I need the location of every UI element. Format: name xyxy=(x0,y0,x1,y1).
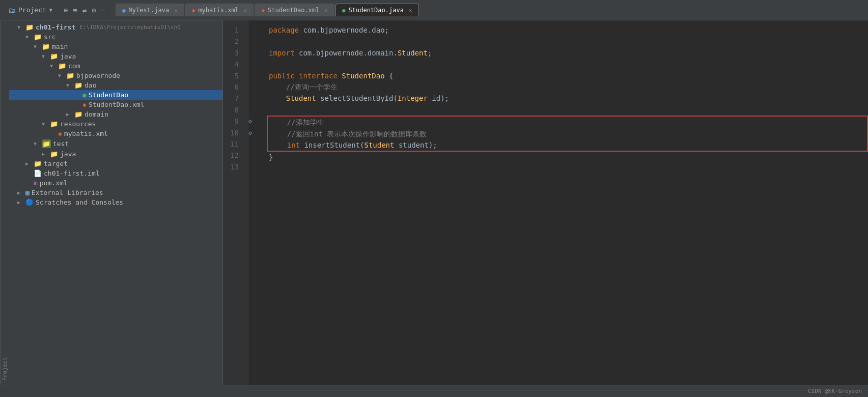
tab-mybatis-label: mybatis.xml xyxy=(198,7,238,14)
tree-label: pom.xml xyxy=(40,179,68,187)
expand-arrow: ▼ xyxy=(58,73,64,78)
gutter-9: ◇ xyxy=(248,116,261,127)
folder-icon: 🗂 xyxy=(8,6,15,14)
main-content: Project ▼ 📁 ch01-first E:\IDEA\Projects\… xyxy=(0,20,868,385)
expand-arrow: ▼ xyxy=(17,24,23,30)
expand-arrow: ▼ xyxy=(66,82,72,88)
keyword: int xyxy=(287,139,300,151)
tree-item-ch01-first[interactable]: ▼ 📁 ch01-first E:\IDEA\Projects\mybatis0… xyxy=(9,22,222,32)
tree-label: ch01-first.iml xyxy=(44,169,100,177)
code-line-10: //返回int 表示本次操作影响的数据库条数 xyxy=(270,128,867,139)
line-num-9: 9 xyxy=(223,116,243,127)
tree-item-bjpowernode[interactable]: ▼ 📁 bjpowernode xyxy=(9,71,222,80)
code-content[interactable]: package com.bjpowernode.dao; import com.… xyxy=(261,20,868,385)
tab-mybatis[interactable]: ◈ mybatis.xml ✕ xyxy=(185,4,254,16)
tree-item-external-libraries[interactable]: ▶ ▦ External Libraries xyxy=(9,188,222,197)
expand-arrow: ▼ xyxy=(50,63,56,69)
tree-path: E:\IDEA\Projects\mybatis01\ch0 xyxy=(79,24,181,31)
code-text xyxy=(338,70,342,81)
tab-studentdao-xml[interactable]: ◈ StudentDao.xml ✕ xyxy=(255,4,334,16)
comment: //返回int 表示本次操作影响的数据库条数 xyxy=(270,128,427,139)
code-line-11: int insertStudent(Student student); xyxy=(270,139,867,151)
line-num-7: 7 xyxy=(223,93,243,104)
tree-label: External Libraries xyxy=(32,189,103,196)
tree-label: bjpowernode xyxy=(76,72,120,79)
project-label-text: Project xyxy=(18,6,46,14)
tree-item-mybatis-xml[interactable]: ◈ mybatis.xml xyxy=(9,129,222,138)
tree-item-pom[interactable]: m pom.xml xyxy=(9,178,222,188)
java-file-icon: ● xyxy=(82,91,87,99)
line-num-3: 3 xyxy=(223,47,243,59)
line-num-12: 12 xyxy=(223,150,243,161)
gutter-4 xyxy=(248,59,261,70)
line-num-1: 1 xyxy=(223,24,243,36)
toolbar-icons: ⊕ ≡ ⇌ ⚙ — xyxy=(64,6,105,14)
tree-item-StudentDao-xml[interactable]: ◈ StudentDao.xml xyxy=(9,100,222,109)
expand-arrow: ▼ xyxy=(25,34,32,40)
dropdown-arrow: ▼ xyxy=(49,7,52,13)
code-editor[interactable]: 1 2 3 4 5 6 7 8 9 10 11 12 13 ◇ ◇ xyxy=(223,20,868,385)
keyword: public xyxy=(269,70,295,81)
tab-studentdao-java[interactable]: ● StudentDao.java ✕ xyxy=(335,4,419,16)
tree-item-StudentDao[interactable]: ● StudentDao xyxy=(9,90,222,100)
tree-label: domain xyxy=(85,110,108,118)
tree-item-main[interactable]: ▼ 📁 main xyxy=(9,42,222,51)
tree-item-java[interactable]: ▼ 📁 java xyxy=(9,51,222,61)
tree-label: Scratches and Consoles xyxy=(36,198,123,206)
tabs-area: ◉ MyTest.java ✕ ◈ mybatis.xml ✕ ◈ Studen… xyxy=(116,4,864,16)
expand-arrow: ▼ xyxy=(34,141,40,147)
tree-label: test xyxy=(53,140,69,148)
code-line-1: package com.bjpowernode.dao; xyxy=(269,24,868,36)
expand-arrow: ▼ xyxy=(42,53,48,59)
code-text: student); xyxy=(394,139,437,151)
tree-item-resources[interactable]: ▼ 📁 resources xyxy=(9,119,222,129)
folder-icon: 📁 xyxy=(42,43,50,50)
folder-icon: 📁 xyxy=(58,62,66,70)
gutter-10: ◇ xyxy=(248,127,261,138)
expand-arrow: ▼ xyxy=(42,121,48,127)
tree-item-test[interactable]: ▼ 📁 test xyxy=(9,138,222,149)
tab-mytest[interactable]: ◉ MyTest.java ✕ xyxy=(116,4,184,16)
comment: //添加学生 xyxy=(270,117,324,128)
tab-mytest-icon: ◉ xyxy=(122,7,126,14)
code-line-8 xyxy=(269,104,868,116)
code-text xyxy=(295,70,299,81)
add-icon[interactable]: ⊕ xyxy=(64,6,68,14)
line-num-10: 10 xyxy=(223,127,243,138)
tab-studentdao-java-label: StudentDao.java xyxy=(349,7,404,14)
tree-item-java-test[interactable]: ▶ 📁 java xyxy=(9,149,222,159)
collapse-icon[interactable]: ⇌ xyxy=(82,6,87,14)
tree-label: com xyxy=(68,62,80,70)
tab-studentdao-xml-close[interactable]: ✕ xyxy=(324,7,328,14)
tab-studentdao-java-close[interactable]: ✕ xyxy=(409,7,412,14)
tree-item-scratches[interactable]: ▶ 🔵 Scratches and Consoles xyxy=(9,197,222,207)
tree-label: target xyxy=(44,160,68,167)
keyword: package xyxy=(269,24,299,36)
type-name: Student xyxy=(286,93,316,104)
tree-label: java xyxy=(60,52,76,60)
settings-icon[interactable]: ⚙ xyxy=(92,6,96,14)
tree-item-domain[interactable]: ▶ 📁 domain xyxy=(9,109,222,119)
list-icon[interactable]: ≡ xyxy=(73,6,77,14)
sidebar: ▼ 📁 ch01-first E:\IDEA\Projects\mybatis0… xyxy=(9,20,223,385)
gutter-5 xyxy=(248,70,261,81)
tree-item-target[interactable]: ▶ 📁 target xyxy=(9,159,222,168)
keyword: import xyxy=(269,47,295,59)
tab-mytest-close[interactable]: ✕ xyxy=(174,7,178,14)
vertical-project-label[interactable]: Project xyxy=(0,20,9,385)
tree-item-com[interactable]: ▼ 📁 com xyxy=(9,61,222,71)
type-name: Student xyxy=(398,47,428,59)
tree-item-dao[interactable]: ▼ 📁 dao xyxy=(9,80,222,90)
gutter-11 xyxy=(248,138,261,150)
xml-file-icon: ◈ xyxy=(58,130,62,137)
tab-mybatis-close[interactable]: ✕ xyxy=(244,7,247,14)
tree-item-iml[interactable]: 📄 ch01-first.iml xyxy=(9,168,222,178)
minimize-icon[interactable]: — xyxy=(101,6,105,14)
type-name: Integer xyxy=(398,93,428,104)
highlighted-block: //添加学生 //返回int 表示本次操作影响的数据库条数 int insert… xyxy=(267,116,868,152)
keyword: interface xyxy=(299,70,338,81)
folder-icon: 📁 xyxy=(50,120,58,128)
tree-item-src[interactable]: ▼ 📁 src xyxy=(9,32,222,42)
project-panel-header[interactable]: 🗂 Project ▼ xyxy=(4,4,57,16)
code-line-7: Student selectStudentById(Integer id); xyxy=(269,93,868,104)
